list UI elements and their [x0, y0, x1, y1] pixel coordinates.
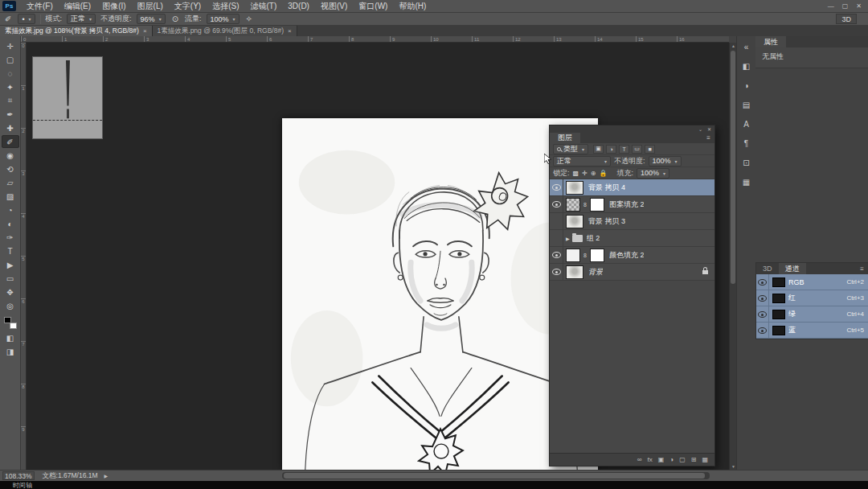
visibility-toggle[interactable] [550, 179, 563, 195]
group-disclosure-icon[interactable]: ▶ [566, 236, 570, 241]
paragraph-panel-icon[interactable]: ¶ [738, 135, 755, 152]
layer-row-bg-copy-4[interactable]: 背景 拷贝 4 [550, 179, 714, 196]
tool-path-select[interactable]: ▶ [2, 258, 19, 271]
vertical-scrollbar[interactable]: ▲ ▼ [729, 43, 736, 470]
restore-button[interactable]: ▢ [842, 2, 849, 10]
filter-pixel-layers-icon[interactable]: ▣ [593, 145, 604, 154]
filter-shape-layers-icon[interactable]: ▭ [632, 145, 642, 154]
filter-adjustment-layers-icon[interactable]: ◑ [606, 145, 616, 154]
lock-transparency-icon[interactable]: ▩ [573, 170, 579, 177]
layer-row-pattern-fill-2[interactable]: 8 图案填充 2 [550, 196, 714, 213]
workspace-switcher[interactable]: 3D [836, 14, 857, 24]
tool-quick-select[interactable]: ✦ [2, 80, 19, 93]
color-swatches[interactable] [3, 317, 18, 329]
color-thumbnail[interactable] [566, 249, 580, 262]
mask-thumbnail[interactable] [590, 198, 604, 212]
tab-3d[interactable]: 3D [756, 263, 779, 274]
tool-crop[interactable]: ⌗ [2, 94, 19, 107]
menu-item[interactable]: 图像(I) [96, 1, 131, 12]
visibility-toggle[interactable] [756, 306, 769, 322]
properties-tab[interactable]: 属性 [755, 36, 786, 47]
opacity-select[interactable]: 96% [137, 14, 166, 24]
tool-eraser[interactable]: ▱ [2, 176, 19, 189]
tool-type[interactable]: T [2, 244, 19, 257]
visibility-toggle[interactable] [550, 213, 563, 229]
new-group-icon[interactable]: ▢ [679, 456, 686, 463]
foreground-color-swatch[interactable] [4, 317, 11, 323]
tool-lasso[interactable]: ◌ [2, 67, 19, 80]
histogram-panel-icon[interactable]: ▦ [738, 174, 755, 191]
panel-menu-icon[interactable]: ≡ [706, 133, 714, 143]
character-panel-icon[interactable]: A [738, 116, 755, 133]
layer-row-bg-copy-3[interactable]: 背景 拷贝 3 [550, 213, 714, 230]
layer-row-color-fill-2[interactable]: 8 颜色填充 2 [550, 247, 714, 264]
filter-smart-objects-icon[interactable]: ■ [645, 145, 655, 154]
scrollbar-thumb[interactable] [284, 473, 705, 479]
tool-clone-stamp[interactable]: ◉ [2, 149, 19, 162]
mask-thumbnail[interactable] [590, 249, 604, 262]
brush-preset-picker[interactable]: • [18, 14, 35, 24]
status-menu-arrow-icon[interactable]: ▶ [104, 473, 108, 479]
tab-close-icon[interactable]: × [288, 27, 292, 35]
tool-gradient[interactable]: ▨ [2, 190, 19, 203]
clone-source-panel-icon[interactable]: ⊡ [738, 154, 755, 171]
adjustments-panel-icon[interactable]: ◑ [738, 77, 755, 94]
tool-pen[interactable]: ✑ [2, 231, 19, 244]
menu-item[interactable]: 图层(L) [132, 1, 169, 12]
tool-eyedropper[interactable]: ✒ [2, 108, 19, 121]
layer-effects-icon[interactable]: fx [648, 456, 653, 463]
menu-item[interactable]: 文件(F) [21, 1, 59, 12]
link-layers-icon[interactable]: ∞ [637, 456, 642, 463]
horizontal-scrollbar[interactable] [282, 472, 710, 479]
fill-select[interactable]: 100% [637, 168, 669, 179]
menu-item[interactable]: 文字(Y) [169, 1, 207, 12]
lock-pixels-icon[interactable]: ✛ [582, 170, 588, 177]
layer-blend-mode-select[interactable]: 正常 [553, 156, 611, 166]
panel-title-bar[interactable]: ⌄ ✕ [550, 125, 714, 133]
visibility-toggle[interactable] [756, 323, 769, 338]
filter-type-select[interactable]: 类型 [553, 144, 588, 154]
tool-dodge[interactable]: ◐ [2, 217, 19, 230]
visibility-toggle[interactable] [756, 290, 769, 306]
tool-zoom[interactable]: ◎ [2, 299, 19, 312]
layer-thumbnail[interactable] [566, 215, 583, 228]
tool-blur[interactable]: ◔ [2, 203, 19, 216]
channel-row[interactable]: 绿 Ctrl+4 [756, 306, 868, 323]
panel-menu-icon[interactable]: ≡ [860, 263, 868, 274]
layer-row-background[interactable]: 背景 [550, 264, 714, 281]
menu-item[interactable]: 滤镜(T) [245, 1, 283, 12]
pattern-thumbnail[interactable] [566, 198, 580, 212]
background-color-swatch[interactable] [10, 323, 17, 329]
add-layer-mask-icon[interactable]: ▣ [658, 456, 665, 463]
minimize-button[interactable]: — [828, 2, 834, 10]
tool-healing-brush[interactable]: ✚ [2, 121, 19, 134]
document-tab-active[interactable]: 素描效果.jpg @ 108%(背景 拷贝 4, RGB/8#) × [0, 26, 153, 36]
tool-hand[interactable]: ✥ [2, 286, 19, 298]
visibility-toggle[interactable] [550, 264, 563, 280]
lock-position-icon[interactable]: ⊕ [591, 170, 596, 177]
tool-move[interactable]: ✛ [2, 39, 19, 52]
tool-shape[interactable]: ▭ [2, 272, 19, 285]
document-tab-inactive[interactable]: 1素描效果.png @ 69.9%(图层 0, RGB/8#) × [153, 26, 297, 36]
timeline-label[interactable]: 时间轴 [13, 481, 32, 489]
menu-item[interactable]: 选择(S) [207, 1, 244, 12]
zoom-level-field[interactable]: 108.33% [2, 471, 35, 480]
screen-mode-icon[interactable]: ◨ [2, 345, 19, 358]
panel-close-icon[interactable]: ✕ [707, 126, 711, 132]
airbrush-icon[interactable]: ✧ [244, 14, 254, 23]
channel-row[interactable]: RGB Ctrl+2 [756, 274, 868, 290]
menu-item[interactable]: 编辑(E) [59, 1, 96, 12]
menu-item[interactable]: 3D(D) [282, 2, 315, 10]
menu-item[interactable]: 视图(V) [315, 1, 353, 12]
canvas-area[interactable]: ⌄ ✕ 图层 ≡ 类型 ▣◑T▭■ 正常 不透明度: 100% [27, 43, 729, 470]
quick-mask-icon[interactable]: ◧ [2, 331, 19, 344]
visibility-toggle[interactable] [550, 196, 563, 212]
close-button[interactable]: ✕ [856, 2, 862, 10]
scrollbar-thumb[interactable] [731, 51, 735, 284]
delete-layer-icon[interactable]: ▦ [702, 456, 708, 463]
menu-item[interactable]: 帮助(H) [393, 1, 432, 12]
tab-channels[interactable]: 通道 [779, 263, 806, 274]
layer-thumbnail[interactable] [566, 181, 583, 195]
collapse-panels-icon[interactable]: « [738, 39, 755, 55]
visibility-toggle[interactable] [550, 247, 563, 263]
